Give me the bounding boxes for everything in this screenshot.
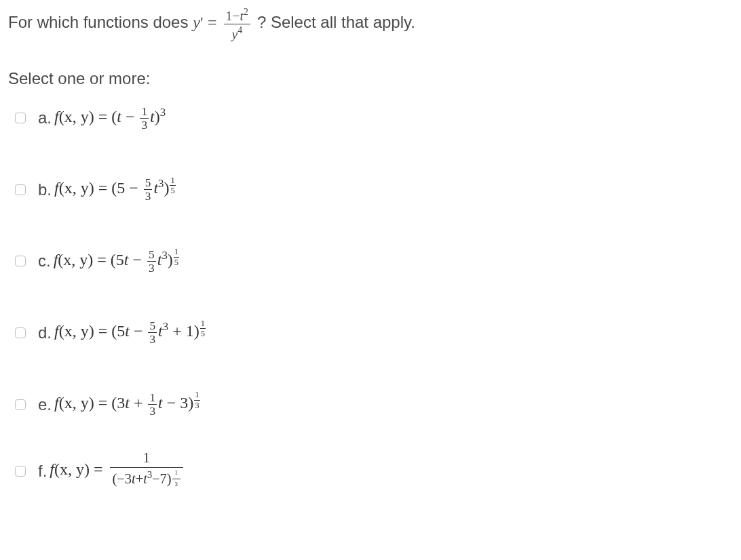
opt-c-coef-den: 3 — [147, 262, 156, 274]
opt-d-args: (x, y) = ( — [59, 322, 117, 340]
opt-e-outernum: 1 — [194, 391, 200, 400]
opt-c-outerden: 5 — [174, 258, 179, 266]
opt-b-f: f — [54, 179, 59, 197]
opt-f-denexp: 13 — [172, 468, 181, 488]
opt-d-f: f — [54, 322, 59, 340]
q-num-exp: 2 — [244, 7, 248, 17]
opt-b-t2exp: 3 — [158, 177, 164, 190]
opt-d-t2exp: 3 — [163, 320, 168, 333]
opt-f-den-c: −7) — [152, 471, 172, 486]
opt-d-outerden: 5 — [200, 329, 206, 338]
opt-b-coef-num: 5 — [144, 177, 153, 190]
opt-c-outerexp: 15 — [174, 247, 179, 266]
option-f[interactable]: f. f(x, y) = 1 (−3t+t3−7)13 — [8, 437, 734, 499]
opt-f-args: (x, y) = — [54, 461, 107, 479]
opt-a-op: − — [121, 108, 139, 125]
opt-a-args: (x, y) = ( — [59, 108, 117, 125]
checkbox-c[interactable] — [15, 256, 26, 266]
q-fraction: 1−t2 y4 — [224, 7, 250, 42]
opt-c-prefix: c. — [38, 252, 51, 271]
option-c[interactable]: c. f(x, y) = (5t − 53t3)15 — [8, 237, 734, 308]
option-b-label: b. f(x, y) = (5 − 53t3)15 — [38, 177, 176, 203]
question-suffix: ? Select all that apply. — [257, 13, 415, 31]
opt-a-exp: 3 — [160, 106, 166, 119]
opt-e-coef: 13 — [148, 392, 157, 418]
opt-a-prefix: a. — [38, 108, 52, 127]
opt-f-den-b: + — [136, 471, 144, 486]
options-list: a. f(x, y) = (t − 13t)3 b. f(x, y) = (5 … — [8, 94, 734, 500]
opt-d-coef-num: 5 — [148, 320, 157, 333]
option-e-label: e. f(x, y) = (3t + 13t − 3)13 — [38, 392, 200, 418]
opt-a-t1: t — [117, 108, 121, 125]
option-d-label: d. f(x, y) = (5t − 53t3 + 1)15 — [38, 320, 206, 346]
opt-e-outerden: 3 — [194, 401, 200, 409]
q-eq: = — [208, 14, 221, 31]
opt-b-outerden: 5 — [170, 186, 175, 195]
opt-f-bigfrac: 1 (−3t+t3−7)13 — [110, 449, 183, 492]
option-d[interactable]: d. f(x, y) = (5t − 53t3 + 1)15 — [8, 308, 734, 380]
opt-e-args: (x, y) = ( — [59, 394, 117, 412]
q-num-op: − — [232, 8, 240, 23]
opt-c-close: ) — [168, 251, 173, 268]
select-prompt: Select one or more: — [8, 69, 734, 88]
opt-e-t2: t — [158, 394, 163, 412]
opt-c-t1v: t — [124, 251, 129, 268]
opt-e-f: f — [54, 394, 59, 412]
opt-f-prefix: f. — [38, 462, 47, 481]
opt-c-t2exp: 3 — [162, 249, 167, 262]
option-a-label: a. f(x, y) = (t − 13t)3 — [38, 106, 166, 132]
opt-d-t2: t — [158, 322, 163, 340]
checkbox-e[interactable] — [15, 399, 26, 410]
q-prime: ′ — [200, 14, 204, 31]
q-den-exp: 4 — [238, 25, 242, 35]
option-f-label: f. f(x, y) = 1 (−3t+t3−7)13 — [38, 449, 186, 492]
q-den-var: y — [231, 26, 238, 41]
checkbox-d[interactable] — [15, 327, 26, 338]
opt-e-prefix: e. — [38, 395, 52, 414]
opt-f-bignum: 1 — [110, 449, 183, 467]
opt-d-prefix: d. — [38, 323, 52, 342]
opt-e-op2: − 3 — [163, 394, 189, 412]
opt-a-t2: t — [150, 108, 155, 125]
opt-a-f: f — [54, 108, 59, 125]
opt-b-prefix: b. — [38, 180, 52, 199]
opt-f-den-a: (−3 — [113, 471, 132, 486]
opt-d-close: ) — [194, 322, 200, 340]
opt-b-args: (x, y) = ( — [59, 179, 117, 197]
option-e[interactable]: e. f(x, y) = (3t + 13t − 3)13 — [8, 380, 734, 438]
opt-b-op: − — [125, 179, 142, 197]
opt-e-op: + — [130, 394, 147, 412]
option-c-label: c. f(x, y) = (5t − 53t3)15 — [38, 249, 179, 275]
opt-a-coef-den: 3 — [140, 119, 149, 131]
opt-b-t1: 5 — [117, 179, 125, 197]
opt-c-op: − — [129, 251, 147, 268]
opt-c-coef: 53 — [147, 249, 156, 275]
checkbox-f[interactable] — [15, 466, 26, 477]
opt-d-op: − — [130, 322, 147, 340]
opt-e-t1: 3 — [117, 394, 125, 412]
option-a[interactable]: a. f(x, y) = (t − 13t)3 — [8, 94, 734, 165]
opt-d-op2: + 1 — [168, 322, 194, 340]
checkbox-a[interactable] — [15, 113, 26, 123]
opt-e-close: ) — [188, 394, 193, 412]
opt-c-coef-num: 5 — [147, 249, 156, 262]
opt-b-outerexp: 15 — [170, 176, 175, 195]
question-text: For which functions does y′ = 1−t2 y4 ? … — [8, 7, 734, 42]
opt-e-coef-den: 3 — [148, 405, 157, 417]
opt-d-coef-den: 3 — [148, 333, 157, 345]
checkbox-b[interactable] — [15, 184, 26, 195]
q-y: y — [193, 14, 200, 31]
opt-c-t1: 5 — [116, 251, 124, 268]
opt-a-coef-num: 1 — [140, 106, 149, 119]
opt-e-t1v: t — [125, 394, 130, 412]
opt-a-close: ) — [155, 108, 160, 125]
opt-d-coef: 53 — [148, 320, 157, 346]
opt-d-t1v: t — [125, 322, 130, 340]
opt-d-outernum: 1 — [200, 319, 206, 329]
opt-b-coef: 53 — [144, 177, 153, 203]
opt-e-coef-num: 1 — [148, 392, 157, 405]
option-b[interactable]: b. f(x, y) = (5 − 53t3)15 — [8, 165, 734, 237]
opt-f-denexp-num: 1 — [172, 468, 181, 479]
opt-f-den-t2exp: 3 — [147, 469, 152, 480]
opt-c-args: (x, y) = ( — [58, 251, 116, 268]
